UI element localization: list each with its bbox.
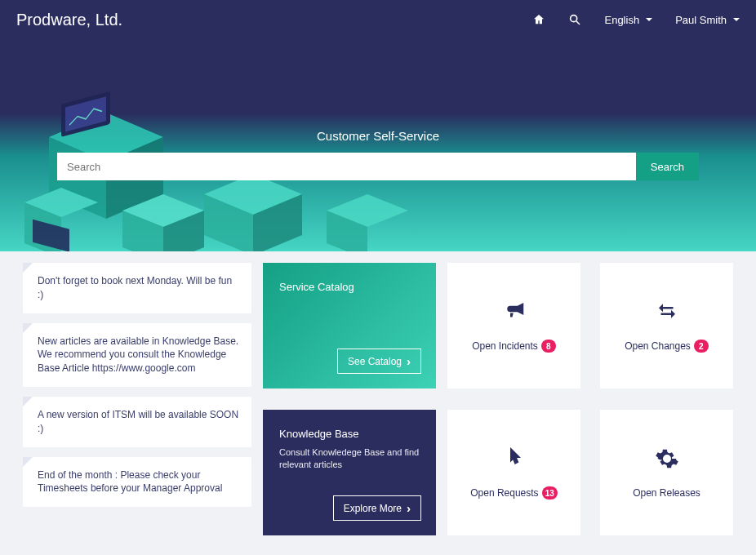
header-right: English Paul Smith: [532, 13, 740, 26]
chevron-right-icon: [407, 501, 411, 515]
open-releases-card[interactable]: Open Releases: [600, 410, 733, 535]
open-changes-card[interactable]: Open Changes 2: [600, 263, 733, 388]
count-badge: 2: [694, 340, 709, 353]
feature-column: Service Catalog See Catalog Knowledge Ba…: [263, 263, 436, 535]
chevron-right-icon: [407, 354, 411, 368]
card-title: Service Catalog: [279, 281, 420, 293]
stats-row: Open Incidents 8 Open Changes 2: [447, 263, 733, 388]
search-input[interactable]: [57, 153, 636, 180]
notice-item: End of the month : Please check your Tim…: [23, 457, 251, 508]
gear-icon: [655, 446, 679, 474]
notice-item: New articles are available in Knowledge …: [23, 323, 251, 387]
service-catalog-card[interactable]: Service Catalog See Catalog: [263, 263, 436, 388]
button-label: See Catalog: [348, 356, 402, 367]
search-row: Search: [57, 153, 699, 180]
language-label: English: [604, 14, 639, 26]
svg-point-0: [571, 16, 577, 22]
hero-title: Customer Self-Service: [0, 129, 756, 143]
knowledge-base-card[interactable]: Knowledge Base Consult Knowledege Base a…: [263, 410, 436, 535]
open-requests-card[interactable]: Open Requests 13: [447, 410, 580, 535]
notices-column: Don't forget to book next Monday. Will b…: [23, 263, 251, 507]
stat-label: Open Requests: [470, 487, 538, 499]
open-incidents-card[interactable]: Open Incidents 8: [447, 263, 580, 388]
explore-more-button[interactable]: Explore More: [333, 495, 421, 521]
header: Prodware, Ltd. English Paul Smith: [0, 0, 756, 39]
hero-content: Customer Self-Service Search: [0, 39, 756, 180]
notice-item: Don't forget to book next Monday. Will b…: [23, 263, 251, 313]
stat-label: Open Changes: [625, 340, 691, 352]
content: Don't forget to book next Monday. Will b…: [0, 251, 756, 547]
megaphone-icon: [502, 299, 527, 326]
count-badge: 8: [541, 340, 556, 353]
card-title: Knowledge Base: [279, 428, 420, 440]
stat-label-row: Open Incidents 8: [472, 340, 556, 353]
stat-label-row: Open Requests 13: [470, 486, 558, 500]
card-subtitle: Consult Knowledege Base and find relevan…: [279, 446, 420, 472]
hero-banner: Customer Self-Service Search: [0, 39, 756, 251]
pointer-icon: [502, 446, 527, 473]
stat-label: Open Releases: [633, 487, 700, 499]
user-name: Paul Smith: [675, 14, 727, 26]
stat-label-row: Open Releases: [633, 487, 700, 499]
svg-line-1: [576, 21, 580, 24]
stats-column: Open Incidents 8 Open Changes 2: [447, 263, 733, 535]
brand-title: Prodware, Ltd.: [16, 11, 122, 29]
see-catalog-button[interactable]: See Catalog: [337, 349, 421, 374]
count-badge: 13: [542, 486, 558, 500]
stats-row: Open Requests 13 Open Releases: [447, 410, 733, 535]
language-selector[interactable]: English: [604, 14, 652, 26]
arrows-icon: [655, 299, 679, 326]
notice-item: A new version of ITSM will be available …: [23, 397, 251, 447]
stat-label: Open Incidents: [472, 340, 538, 352]
button-label: Explore More: [344, 503, 402, 514]
user-menu[interactable]: Paul Smith: [675, 14, 740, 26]
search-button[interactable]: Search: [636, 153, 699, 180]
search-icon[interactable]: [568, 13, 581, 26]
stat-label-row: Open Changes 2: [625, 340, 709, 353]
home-icon[interactable]: [532, 13, 545, 26]
